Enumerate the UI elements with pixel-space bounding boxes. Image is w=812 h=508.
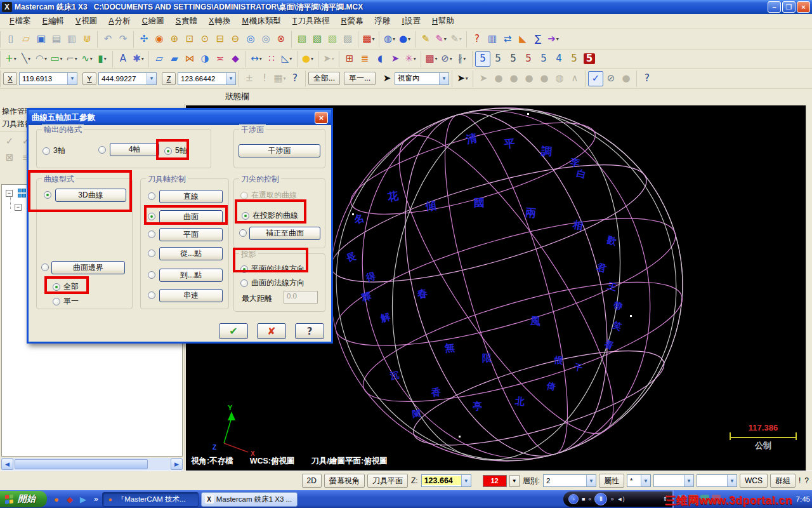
point-style-dropdown-icon[interactable]: ▼ xyxy=(641,475,650,486)
line-style-dropdown-icon[interactable]: ▼ xyxy=(684,475,693,486)
exit-function-icon[interactable]: ➔▾ xyxy=(546,32,561,47)
tool-from-point-button[interactable]: 從...點 xyxy=(159,247,223,260)
tool-chain-button[interactable]: 串連 xyxy=(159,289,223,302)
fit-all-icon[interactable]: ◎ xyxy=(243,32,258,47)
y-dropdown-icon[interactable]: ▼ xyxy=(147,73,156,84)
point-style-combo[interactable]: * ▼ xyxy=(627,474,651,487)
radio-projected-curve-circle[interactable] xyxy=(242,212,249,220)
create-fillet-icon[interactable]: ⌐▾ xyxy=(64,51,79,67)
xform-dynamic-icon[interactable]: ◆ xyxy=(228,51,243,67)
fit-entities-icon[interactable]: ↔▾ xyxy=(249,51,264,67)
create-point-icon[interactable]: +▾ xyxy=(3,51,18,67)
menu-item-file[interactable]: F檔案 xyxy=(4,14,37,29)
view-shaded-sphere-icon[interactable]: ●▾ xyxy=(397,32,412,47)
save-file-icon[interactable]: ▣ xyxy=(34,32,49,47)
radio-plane-normal-circle[interactable] xyxy=(240,265,248,273)
select-invalidate-icon[interactable]: ⊘ xyxy=(603,71,619,86)
screen-view-button[interactable]: 螢幕視角 xyxy=(324,474,365,488)
attributes-pencil-icon[interactable]: ✎ xyxy=(418,32,433,47)
tool-plane-button[interactable]: 平面 xyxy=(159,228,223,241)
view-wireframe-globe-icon[interactable]: ◍▾ xyxy=(382,32,397,47)
z-depth-combo[interactable]: 123.664 ▼ xyxy=(421,474,471,487)
create-arc-icon[interactable]: ◠▾ xyxy=(34,51,49,67)
xform-translate-icon[interactable]: ▱ xyxy=(152,51,167,67)
select-validate-icon[interactable]: ✓ xyxy=(588,71,603,86)
line-width-dropdown-icon[interactable]: ▼ xyxy=(727,475,737,486)
save-some-icon[interactable]: ⋓ xyxy=(79,32,95,47)
tree-node-properties[interactable]: − xyxy=(15,204,22,211)
wmp-stop-button[interactable]: ■ xyxy=(582,496,585,502)
curve5ax-curve-icon[interactable]: 5 xyxy=(475,51,490,67)
gui-help-icon[interactable]: ? xyxy=(287,71,303,86)
collapse-icon[interactable]: − xyxy=(6,190,13,197)
gview-side-icon[interactable]: ▧ xyxy=(325,32,340,47)
analyze-stats-icon[interactable]: ∑ xyxy=(530,32,546,47)
selection-help-icon[interactable]: ? xyxy=(639,71,655,86)
radio-surface-normal[interactable]: 曲面的法線方向 xyxy=(240,277,304,288)
create-primitive-icon[interactable]: ▮▾ xyxy=(95,51,110,67)
analyze-angle-icon[interactable]: ◣ xyxy=(515,32,530,47)
curve5ax-flow-icon[interactable]: 5 xyxy=(521,51,536,67)
ruler-icon[interactable]: ◺▾ xyxy=(279,51,294,67)
collapse-icon[interactable]: − xyxy=(15,204,22,211)
wcs-button[interactable]: WCS xyxy=(740,474,768,488)
radio-tool-plane[interactable] xyxy=(148,231,155,238)
y-coordinate-input[interactable]: 444.99227 ▼ xyxy=(98,72,157,85)
print-icon[interactable]: ▤ xyxy=(49,32,64,47)
scrollbar-thumb[interactable] xyxy=(15,459,148,469)
open-file-icon[interactable]: ▱ xyxy=(18,32,34,47)
screen-effects-icon[interactable]: ✳▾ xyxy=(403,51,418,67)
x-dropdown-icon[interactable]: ▼ xyxy=(67,73,77,84)
z-coordinate-input[interactable]: 123.66442 ▼ xyxy=(178,72,236,85)
select-arrow-icon[interactable]: ➤▾ xyxy=(455,71,470,86)
minimize-button[interactable]: – xyxy=(768,1,781,13)
attributes-multi-icon[interactable]: ✎▾ xyxy=(433,32,449,47)
dialog-titlebar[interactable]: 曲線五軸加工參數 × xyxy=(29,110,331,125)
groups-button[interactable]: 群組 xyxy=(770,474,796,488)
radio-4axis[interactable] xyxy=(98,146,106,154)
quick-launch-overflow-icon[interactable]: » xyxy=(93,495,100,504)
start-button[interactable]: 開始 xyxy=(0,491,47,507)
close-button[interactable]: × xyxy=(797,1,810,13)
radio-3axis[interactable]: 3軸 xyxy=(43,145,65,156)
select-toggle-icon[interactable]: ➤ xyxy=(379,71,395,86)
radio-all-circle[interactable] xyxy=(53,283,60,291)
wmp-previous-button[interactable]: « xyxy=(588,496,591,502)
radio-3axis-circle[interactable] xyxy=(43,147,50,155)
fit-selected-icon[interactable]: ◎ xyxy=(258,32,273,47)
lighting-icon[interactable]: ●▾ xyxy=(300,51,315,67)
screen-clear-colors-icon[interactable]: ◖ xyxy=(372,51,388,67)
create-note-icon[interactable]: A xyxy=(115,51,131,67)
screen-combine-views-icon[interactable]: ≣ xyxy=(357,51,372,67)
menu-item-settings[interactable]: I設置 xyxy=(396,14,426,29)
menu-item-toolpaths[interactable]: T刀具路徑 xyxy=(287,14,336,29)
new-file-icon[interactable]: ▯ xyxy=(3,32,18,47)
gview-isometric-icon[interactable]: ▧ xyxy=(294,32,310,47)
tree-node-machine-group[interactable]: − xyxy=(6,189,27,197)
pan-icon[interactable]: ✣ xyxy=(136,32,152,47)
radio-tool-surface[interactable] xyxy=(148,213,155,220)
zoom-out-half-icon[interactable]: ⊟ xyxy=(213,32,228,47)
radio-tool-line[interactable] xyxy=(148,192,155,200)
tool-to-point-button[interactable]: 到...點 xyxy=(159,269,223,282)
shade-settings-icon[interactable]: ▩▾ xyxy=(424,51,439,67)
menu-item-machine-type[interactable]: M機床類型 xyxy=(236,14,286,29)
radio-tool-chain[interactable] xyxy=(148,291,155,299)
dialog-close-button[interactable]: × xyxy=(315,112,328,124)
select-single-button[interactable]: 單一... xyxy=(344,72,376,85)
wmp-next-button[interactable]: » xyxy=(610,496,613,502)
radio-surface-edge[interactable] xyxy=(41,264,49,271)
create-rect-icon[interactable]: ▭▾ xyxy=(49,51,64,67)
create-line-icon[interactable]: ╲▾ xyxy=(18,51,34,67)
menu-item-create[interactable]: C繪圖 xyxy=(136,14,170,29)
z-axis-button[interactable]: Z xyxy=(162,72,176,85)
z-depth-dropdown-icon[interactable]: ▼ xyxy=(461,475,471,486)
radio-5axis-circle[interactable] xyxy=(164,147,172,155)
radio-projected-curve[interactable]: 在投影的曲線 xyxy=(242,210,298,221)
radio-3d-curve[interactable] xyxy=(44,191,51,199)
curve5ax-swarf-icon[interactable]: 5 xyxy=(490,51,506,67)
shade-off-icon[interactable]: ⊘▾ xyxy=(439,51,454,67)
attributes-button[interactable]: 屬性 xyxy=(599,474,624,488)
panel-horizontal-scrollbar[interactable]: ◀ ▶ xyxy=(1,458,183,471)
selection-mode-dropdown-icon[interactable]: ▼ xyxy=(439,73,449,84)
